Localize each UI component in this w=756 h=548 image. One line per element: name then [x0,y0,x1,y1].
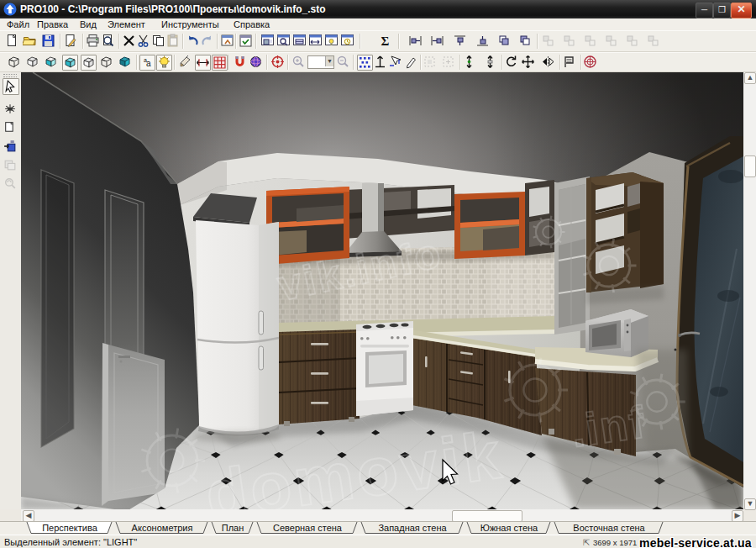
svg-text:Σ: Σ [381,34,390,48]
svg-text:.inf: .inf [568,396,648,456]
svg-text:Западная стена: Западная стена [378,523,447,533]
svg-text:Аксонометрия: Аксонометрия [132,523,193,533]
svg-text:Южная стена: Южная стена [480,523,538,533]
svg-text:План: План [222,523,244,533]
svg-text:Перспектива: Перспектива [42,523,98,533]
svg-text:Северная стена: Северная стена [273,523,343,533]
svg-text:Восточная стена: Восточная стена [573,523,645,533]
svg-text:a: a [146,59,151,68]
